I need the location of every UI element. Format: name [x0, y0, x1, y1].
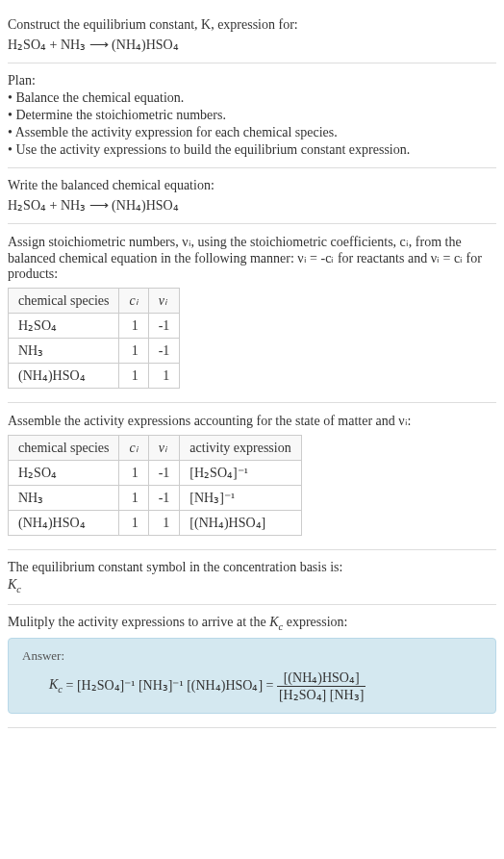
table-row: H₂SO₄ 1 -1 [H₂SO₄]⁻¹ — [9, 461, 302, 486]
table-row: NH₃ 1 -1 [NH₃]⁻¹ — [9, 486, 302, 511]
stoich-table: chemical species cᵢ νᵢ H₂SO₄ 1 -1 NH₃ 1 … — [8, 288, 180, 389]
col-vi: νᵢ — [148, 436, 180, 461]
equals: = [H₂SO₄]⁻¹ [NH₃]⁻¹ [(NH₄)HSO₄] = — [66, 677, 277, 692]
cell-ci: 1 — [119, 364, 148, 389]
plan-section: Plan: • Balance the chemical equation. •… — [8, 63, 496, 168]
balanced-heading: Write the balanced chemical equation: — [8, 178, 496, 193]
cell-ci: 1 — [119, 461, 148, 486]
balanced-equation: H₂SO₄ + NH₃ ⟶ (NH₄)HSO₄ — [8, 197, 179, 214]
activity-section: Assemble the activity expressions accoun… — [8, 403, 496, 550]
intro-section: Construct the equilibrium constant, K, e… — [8, 8, 496, 63]
kc-lhs: Kc — [49, 677, 63, 692]
symbol-value: Kc — [8, 577, 496, 594]
stoich-text: Assign stoichiometric numbers, νᵢ, using… — [8, 234, 496, 282]
col-ci: cᵢ — [119, 436, 148, 461]
plan-step: • Balance the chemical equation. — [8, 90, 496, 106]
stoich-section: Assign stoichiometric numbers, νᵢ, using… — [8, 224, 496, 403]
col-vi: νᵢ — [148, 289, 180, 314]
cell-species: H₂SO₄ — [9, 314, 119, 339]
cell-expr: [H₂SO₄]⁻¹ — [180, 461, 301, 486]
table-header-row: chemical species cᵢ νᵢ — [9, 289, 180, 314]
cell-species: NH₃ — [9, 339, 119, 364]
cell-vi: -1 — [148, 339, 180, 364]
col-ci: cᵢ — [119, 289, 148, 314]
cell-vi: -1 — [148, 486, 180, 511]
activity-heading: Assemble the activity expressions accoun… — [8, 413, 496, 429]
final-heading: Mulitply the activity expressions to arr… — [8, 615, 496, 632]
cell-vi: -1 — [148, 461, 180, 486]
symbol-section: The equilibrium constant symbol in the c… — [8, 550, 496, 605]
symbol-text: The equilibrium constant symbol in the c… — [8, 560, 496, 575]
activity-table: chemical species cᵢ νᵢ activity expressi… — [8, 435, 302, 536]
cell-expr: [(NH₄)HSO₄] — [180, 511, 301, 536]
table-row: H₂SO₄ 1 -1 — [9, 314, 180, 339]
cell-species: H₂SO₄ — [9, 461, 119, 486]
answer-box: Answer: Kc = [H₂SO₄]⁻¹ [NH₃]⁻¹ [(NH₄)HSO… — [8, 638, 496, 714]
cell-vi: 1 — [148, 511, 180, 536]
fraction: [(NH₄)HSO₄] [H₂SO₄] [NH₃] — [277, 670, 365, 703]
cell-ci: 1 — [119, 314, 148, 339]
cell-expr: [NH₃]⁻¹ — [180, 486, 301, 511]
frac-numerator: [(NH₄)HSO₄] — [277, 670, 365, 687]
cell-species: NH₃ — [9, 486, 119, 511]
plan-step: • Determine the stoichiometric numbers. — [8, 108, 496, 123]
col-species: chemical species — [9, 436, 119, 461]
frac-denominator: [H₂SO₄] [NH₃] — [277, 687, 365, 703]
col-expr: activity expression — [180, 436, 301, 461]
answer-label: Answer: — [22, 648, 482, 664]
plan-step: • Assemble the activity expression for e… — [8, 125, 496, 140]
table-row: (NH₄)HSO₄ 1 1 [(NH₄)HSO₄] — [9, 511, 302, 536]
table-row: NH₃ 1 -1 — [9, 339, 180, 364]
plan-step: • Use the activity expressions to build … — [8, 142, 496, 158]
plan-heading: Plan: — [8, 73, 496, 88]
intro-prompt: Construct the equilibrium constant, K, e… — [8, 17, 496, 33]
balanced-section: Write the balanced chemical equation: H₂… — [8, 168, 496, 224]
intro-equation: H₂SO₄ + NH₃ ⟶ (NH₄)HSO₄ — [8, 37, 179, 53]
table-header-row: chemical species cᵢ νᵢ activity expressi… — [9, 436, 302, 461]
answer-expression: Kc = [H₂SO₄]⁻¹ [NH₃]⁻¹ [(NH₄)HSO₄] = [(N… — [22, 670, 365, 703]
cell-vi: 1 — [148, 364, 180, 389]
kc-symbol: Kc — [8, 577, 21, 592]
cell-ci: 1 — [119, 511, 148, 536]
cell-species: (NH₄)HSO₄ — [9, 364, 119, 389]
col-species: chemical species — [9, 289, 119, 314]
cell-ci: 1 — [119, 339, 148, 364]
final-section: Mulitply the activity expressions to arr… — [8, 605, 496, 728]
cell-species: (NH₄)HSO₄ — [9, 511, 119, 536]
table-row: (NH₄)HSO₄ 1 1 — [9, 364, 180, 389]
intro-prompt-text: Construct the equilibrium constant, K, e… — [8, 17, 298, 32]
cell-vi: -1 — [148, 314, 180, 339]
cell-ci: 1 — [119, 486, 148, 511]
